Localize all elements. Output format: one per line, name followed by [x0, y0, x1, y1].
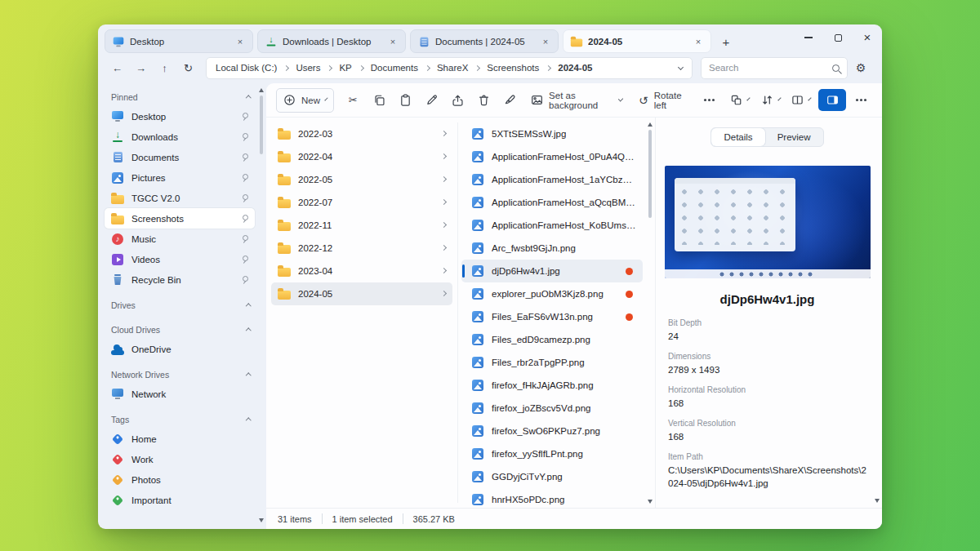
- up-button[interactable]: [154, 57, 176, 78]
- sidebar-item[interactable]: TGCC V2.0: [105, 188, 255, 208]
- pin-icon[interactable]: [241, 133, 248, 141]
- file-row[interactable]: explorer_puObM3Kjz8.png: [461, 282, 643, 305]
- set-as-background-button[interactable]: Set as background: [523, 88, 630, 113]
- paste-button[interactable]: [393, 88, 417, 113]
- file-row[interactable]: firefox_SwO6PKPuz7.png: [461, 420, 643, 442]
- file-row[interactable]: Files_EaFS6vW13n.png: [461, 305, 643, 328]
- breadcrumb-item[interactable]: Documents: [371, 63, 437, 73]
- scrollbar-thumb[interactable]: [260, 96, 263, 154]
- delete-button[interactable]: [471, 88, 496, 113]
- sidebar-item[interactable]: Videos: [105, 249, 255, 269]
- file-row[interactable]: firefox_fHkJAjAGRb.png: [461, 374, 643, 397]
- pin-icon[interactable]: [241, 194, 248, 202]
- pin-icon[interactable]: [241, 215, 248, 223]
- sidebar-section-tags[interactable]: Tags: [103, 411, 256, 429]
- search-input[interactable]: [709, 63, 827, 73]
- sidebar-item[interactable]: Recycle Bin: [105, 269, 255, 290]
- tab[interactable]: Desktop: [105, 29, 253, 53]
- tab-close-icon[interactable]: [386, 35, 399, 48]
- folder-row[interactable]: 2023-04: [271, 260, 452, 282]
- tab-close-icon[interactable]: [692, 35, 705, 48]
- address-dropdown-icon[interactable]: [678, 64, 684, 69]
- file-row[interactable]: djDp6Hw4v1.jpg: [461, 260, 643, 282]
- breadcrumb-item[interactable]: Local Disk (C:): [216, 63, 296, 73]
- scroll-down-icon[interactable]: [875, 499, 880, 503]
- search-box[interactable]: [701, 57, 848, 79]
- tab[interactable]: Documents | 2024-05: [410, 29, 559, 53]
- scroll-up-icon[interactable]: [259, 88, 264, 92]
- sidebar-section-pinned[interactable]: Pinned: [103, 88, 256, 106]
- sidebar-item[interactable]: Documents: [105, 147, 255, 167]
- settings-gear-icon[interactable]: [849, 57, 872, 79]
- file-row[interactable]: firefox_yySflfLPnt.png: [461, 442, 643, 465]
- layout-button[interactable]: [725, 88, 754, 113]
- sidebar-item[interactable]: Screenshots: [105, 208, 255, 229]
- collapse-icon[interactable]: [246, 373, 251, 378]
- sidebar-item[interactable]: Work: [105, 449, 255, 469]
- tab-preview[interactable]: Preview: [765, 128, 823, 146]
- sidebar-section-drives[interactable]: Drives: [103, 296, 256, 314]
- details-pane-toggle[interactable]: [818, 89, 846, 111]
- file-row[interactable]: ApplicationFrameHost_aQcqBMG...: [461, 191, 643, 214]
- tab-details[interactable]: Details: [711, 128, 764, 146]
- collapse-icon[interactable]: [246, 328, 251, 333]
- sort-button[interactable]: [756, 88, 785, 113]
- file-row[interactable]: firefox_joZBscv5Vd.png: [461, 397, 643, 420]
- sidebar-item[interactable]: Photos: [105, 469, 255, 490]
- tab[interactable]: Downloads | Desktop: [257, 29, 406, 53]
- file-row[interactable]: Files_edD9camezp.png: [461, 328, 643, 351]
- pin-icon[interactable]: [241, 276, 248, 284]
- breadcrumb-item[interactable]: KP: [339, 63, 370, 73]
- folder-row[interactable]: 2022-03: [271, 122, 452, 145]
- sidebar-scrollbar[interactable]: [257, 88, 265, 522]
- breadcrumb[interactable]: Local Disk (C:)UsersKPDocumentsShareXScr…: [206, 57, 693, 79]
- pin-icon[interactable]: [241, 153, 248, 162]
- scroll-up-icon[interactable]: [648, 122, 653, 127]
- folder-row[interactable]: 2022-11: [271, 214, 452, 237]
- close-button[interactable]: [853, 24, 882, 51]
- breadcrumb-item[interactable]: Screenshots: [487, 63, 558, 73]
- copy-button[interactable]: [367, 88, 391, 113]
- sidebar-item[interactable]: Music: [105, 229, 255, 249]
- cut-button[interactable]: [341, 88, 365, 113]
- scroll-down-icon[interactable]: [648, 500, 653, 504]
- file-row[interactable]: GGDyjCiTvY.png: [461, 465, 643, 488]
- rename-button[interactable]: [419, 88, 443, 113]
- new-tab-button[interactable]: [715, 31, 737, 52]
- sidebar-item[interactable]: Important: [105, 490, 255, 510]
- file-row[interactable]: Files_rbr2aTpgPP.png: [461, 351, 643, 374]
- more-options-button[interactable]: [849, 88, 874, 113]
- breadcrumb-item[interactable]: Users: [296, 63, 339, 73]
- rotate-left-button[interactable]: Rotate left: [631, 88, 696, 113]
- folder-row[interactable]: 2022-04: [271, 145, 452, 168]
- sidebar-section-cloud-drives[interactable]: Cloud Drives: [103, 321, 256, 339]
- new-button[interactable]: New: [276, 88, 334, 113]
- tab[interactable]: 2024-05: [563, 29, 711, 53]
- group-button[interactable]: [786, 88, 815, 113]
- file-row[interactable]: Arc_fwsbt9GjJn.png: [461, 237, 643, 260]
- file-row[interactable]: ApplicationFrameHost_KoBUmsv...: [461, 214, 643, 237]
- folder-row[interactable]: 2022-07: [271, 191, 452, 214]
- file-row[interactable]: hnrHX5oPDc.png: [461, 488, 643, 511]
- breadcrumb-item[interactable]: 2024-05: [558, 63, 592, 73]
- back-button[interactable]: [106, 57, 128, 78]
- forward-button[interactable]: [130, 57, 152, 78]
- collapse-icon[interactable]: [246, 304, 251, 309]
- file-row[interactable]: 5XTtSEMSsW.jpg: [461, 122, 643, 145]
- file-list-scrollbar[interactable]: [644, 118, 655, 508]
- sidebar-item[interactable]: Desktop: [105, 106, 255, 127]
- sidebar-item[interactable]: Downloads: [105, 127, 255, 147]
- sidebar-section-network-drives[interactable]: Network Drives: [103, 366, 256, 384]
- sidebar-item[interactable]: Network: [105, 384, 255, 404]
- pin-icon[interactable]: [241, 256, 248, 264]
- scroll-down-icon[interactable]: [259, 518, 264, 522]
- folder-row[interactable]: 2024-05: [271, 282, 452, 305]
- edit-button[interactable]: [497, 88, 522, 113]
- folder-row[interactable]: 2022-12: [271, 237, 452, 260]
- details-scrollbar[interactable]: [873, 155, 880, 503]
- tab-close-icon[interactable]: [539, 35, 552, 48]
- sidebar-item[interactable]: OneDrive: [105, 339, 255, 359]
- pin-icon[interactable]: [241, 174, 248, 182]
- pin-icon[interactable]: [241, 235, 248, 243]
- more-commands-button[interactable]: [697, 88, 722, 113]
